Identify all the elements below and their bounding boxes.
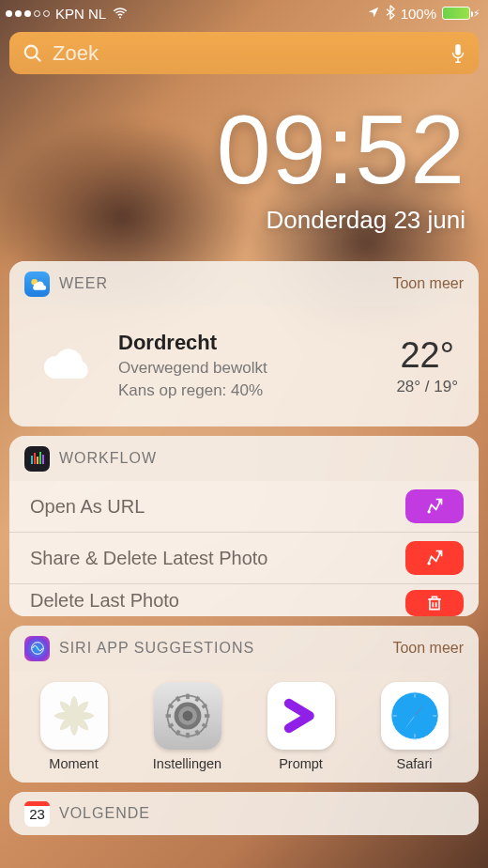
svg-rect-20 [186,694,190,699]
svg-point-15 [439,551,441,553]
status-right: 100% ⚡︎ [367,5,480,23]
run-workflow-button[interactable] [405,590,464,616]
siri-app-label: Prompt [279,756,323,771]
siri-app-settings[interactable]: Instellingen [130,682,244,771]
weather-hilo: 28° / 19° [396,378,458,396]
calendar-widget: 23 VOLGENDE [9,792,479,835]
weather-widget: WEER Toon meer Dordrecht Overwegend bewo… [9,261,479,426]
workflow-row-share-delete[interactable]: Share & Delete Latest Photo [9,533,479,584]
svg-rect-8 [34,453,36,464]
prompt-app-icon [267,682,335,750]
siri-widget-title: SIRI APP SUGGESTIONS [59,640,383,657]
svg-point-14 [428,563,430,565]
workflow-row-label: Open As URL [30,496,394,518]
weather-city: Dordrecht [118,331,379,355]
clock-area: 09:52 Donderdag 23 juni [0,74,488,252]
svg-rect-3 [455,43,461,54]
settings-app-icon [154,682,221,750]
weather-widget-header[interactable]: WEER Toon meer [9,261,479,306]
wifi-icon [112,5,129,22]
carrier-label: KPN NL [55,6,106,22]
svg-point-13 [439,500,441,502]
workflow-row-open-as-url[interactable]: Open As URL [9,481,479,533]
weather-condition: Overwegend bewolkt [118,359,379,378]
siri-app-label: Safari [397,756,433,771]
siri-icon [24,636,50,661]
weather-widget-title: WEER [59,275,383,292]
weather-show-more[interactable]: Toon meer [392,275,464,292]
clock-date: Donderdag 23 juni [0,206,465,235]
svg-point-0 [119,17,121,19]
svg-point-1 [25,45,38,57]
status-left: KPN NL [6,5,129,22]
weather-rain-chance: Kans op regen: 40% [118,381,379,400]
workflow-row-label: Share & Delete Latest Photo [30,548,394,569]
run-workflow-button[interactable] [405,489,464,523]
run-workflow-button[interactable] [405,541,464,575]
location-icon [367,6,380,22]
siri-app-prompt[interactable]: Prompt [244,682,358,771]
siri-app-moment[interactable]: Moment [17,682,130,771]
workflow-app-icon [24,446,50,472]
clock-time: 09:52 [0,101,465,198]
svg-rect-11 [42,455,44,464]
widgets-column[interactable]: WEER Toon meer Dordrecht Overwegend bewo… [0,252,488,868]
safari-app-icon [381,682,449,750]
search-icon [23,43,43,64]
siri-apps-row: Moment [9,671,479,783]
svg-rect-9 [37,457,38,464]
siri-app-safari[interactable]: Safari [358,682,471,771]
search-placeholder: Zoek [53,41,441,66]
siri-app-label: Instellingen [153,756,221,771]
weather-app-icon [24,271,50,297]
battery-icon: ⚡︎ [442,7,480,20]
weather-current-temp: 22° [396,335,458,376]
dictation-icon[interactable] [450,43,465,64]
status-bar: KPN NL 100% ⚡︎ [0,0,488,26]
cloud-icon [30,345,101,386]
moment-app-icon [40,682,108,750]
calendar-day-number: 23 [29,806,45,822]
charging-icon: ⚡︎ [473,8,480,20]
workflow-widget: WORKFLOW Open As URL Share & Delete Late… [9,436,479,616]
workflow-row-label: Delete Last Photo [30,590,394,612]
calendar-app-icon: 23 [24,801,50,827]
calendar-widget-title: VOLGENDE [59,805,464,822]
svg-rect-10 [39,452,41,464]
workflow-widget-title: WORKFLOW [59,450,464,467]
siri-widget-header[interactable]: SIRI APP SUGGESTIONS Toon meer [9,626,479,671]
svg-point-23 [182,711,192,721]
siri-show-more[interactable]: Toon meer [392,640,464,657]
svg-point-12 [428,511,430,513]
siri-suggestions-widget: SIRI APP SUGGESTIONS Toon meer [9,626,479,783]
workflow-row-delete-last[interactable]: Delete Last Photo [9,584,479,616]
bluetooth-icon [386,5,395,23]
workflow-widget-header[interactable]: WORKFLOW [9,436,479,481]
svg-rect-7 [31,456,33,464]
calendar-widget-header[interactable]: 23 VOLGENDE [9,792,479,835]
svg-line-2 [36,55,41,61]
siri-app-label: Moment [49,756,98,771]
battery-percent: 100% [401,6,436,22]
signal-strength-icon [6,10,50,17]
search-input[interactable]: Zoek [9,32,479,74]
weather-body[interactable]: Dordrecht Overwegend bewolkt Kans op reg… [9,306,479,426]
